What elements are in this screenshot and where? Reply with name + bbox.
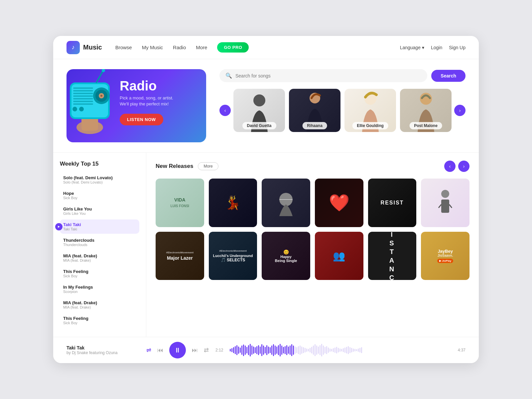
nav-radio[interactable]: Radio	[173, 45, 186, 50]
releases-prev-button[interactable]: ‹	[444, 161, 456, 172]
waveform-bar[interactable]	[261, 344, 262, 356]
waveform-bar[interactable]	[316, 345, 317, 355]
waveform-bar[interactable]	[253, 346, 254, 354]
album-card[interactable]: ❤️	[315, 179, 363, 227]
waveform-bar[interactable]	[246, 347, 247, 353]
list-item[interactable]: MIA (feat. Drake) MIA (feat. Drake)	[60, 251, 139, 265]
waveform-bar[interactable]	[310, 348, 311, 352]
waveform-bar[interactable]	[315, 344, 316, 356]
waveform-bar[interactable]	[281, 345, 282, 355]
carousel-prev-button[interactable]: ‹	[219, 105, 231, 116]
waveform-bar[interactable]	[321, 344, 322, 356]
list-item[interactable]: Solo (feat. Demi Lovato) Solo (feat. Dem…	[60, 173, 139, 187]
waveform-bar[interactable]	[328, 347, 329, 353]
waveform-bar[interactable]	[351, 348, 352, 352]
nav-browse[interactable]: Browse	[115, 45, 132, 50]
waveform-bar[interactable]	[313, 345, 314, 355]
album-card[interactable]: #ElectronicMovement Major Lazer	[156, 232, 204, 280]
waveform-bar[interactable]	[354, 349, 355, 351]
waveform-bar[interactable]	[290, 345, 291, 355]
waveform-bar[interactable]	[280, 344, 281, 356]
list-item[interactable]: In My Feelings Scorpion	[60, 282, 139, 296]
waveform-bar[interactable]	[336, 347, 337, 353]
waveform-bar[interactable]	[308, 349, 309, 351]
go-pro-button[interactable]: GO PRO	[217, 42, 249, 53]
list-item[interactable]: This Feeling Sick Boy	[60, 266, 139, 281]
album-card[interactable]: 😊 Happy Being Single	[262, 232, 310, 280]
waveform-bar[interactable]	[251, 345, 252, 355]
waveform-bar[interactable]	[255, 347, 256, 353]
waveform-bar[interactable]	[333, 348, 334, 352]
list-item[interactable]: This Feeling Sick Boy	[60, 313, 139, 328]
waveform-bar[interactable]	[273, 344, 274, 356]
waveform-bar[interactable]	[291, 344, 292, 356]
waveform-bar[interactable]	[265, 347, 266, 353]
waveform-bar[interactable]	[356, 349, 357, 351]
album-card[interactable]	[421, 179, 469, 227]
artist-card-post[interactable]: Post Malone	[400, 89, 452, 132]
waveform-bar[interactable]	[361, 347, 362, 353]
waveform-bar[interactable]	[288, 346, 289, 354]
waveform-bar[interactable]	[278, 345, 279, 355]
waveform-bar[interactable]	[358, 348, 359, 352]
list-item[interactable]: Girls Like You Girls Like You	[60, 204, 139, 218]
waveform-bar[interactable]	[293, 345, 294, 355]
waveform-bar[interactable]	[353, 348, 354, 352]
waveform-bar[interactable]	[300, 345, 301, 355]
album-card[interactable]: RESIST	[368, 179, 417, 227]
artist-card-rihanna[interactable]: Rihaana	[289, 89, 340, 132]
list-item[interactable]: Thunderclouds Thunderclouds	[60, 235, 139, 249]
album-card[interactable]	[262, 179, 310, 227]
list-item[interactable]: Hope Sick Boy	[60, 188, 139, 202]
waveform-bar[interactable]	[283, 347, 284, 353]
waveform-bar[interactable]	[250, 344, 251, 356]
waveform-bar[interactable]	[233, 347, 234, 353]
waveform-bar[interactable]	[330, 348, 331, 352]
waveform-bar[interactable]	[270, 347, 271, 353]
waveform-bar[interactable]	[295, 346, 296, 354]
waveform-bar[interactable]	[326, 346, 327, 354]
album-card[interactable]: JayBey JioSaavn. ▶ JioPlay	[421, 232, 469, 280]
waveform-bar[interactable]	[266, 345, 267, 355]
artist-card-david[interactable]: David Guetta	[233, 89, 285, 132]
carousel-next-button[interactable]: ›	[454, 105, 466, 116]
waveform-bar[interactable]	[256, 346, 257, 354]
waveform-bar[interactable]	[344, 347, 345, 353]
search-button[interactable]: Search	[431, 70, 466, 82]
album-card[interactable]: 👥	[315, 232, 363, 280]
releases-next-button[interactable]: ›	[458, 161, 469, 172]
waveform-bar[interactable]	[296, 347, 297, 353]
repeat-button[interactable]: ⇄	[204, 346, 209, 354]
next-button[interactable]: ⏭	[192, 347, 198, 354]
artist-card-ellie[interactable]: Ellie Goulding	[344, 89, 396, 132]
waveform-bar[interactable]	[263, 345, 264, 355]
waveform-bar[interactable]	[236, 345, 237, 355]
language-selector[interactable]: Language ▾	[400, 45, 424, 50]
waveform-bar[interactable]	[298, 346, 299, 354]
waveform-bar[interactable]	[240, 347, 241, 353]
login-link[interactable]: Login	[431, 45, 442, 50]
waveform-bar[interactable]	[305, 348, 306, 352]
album-card[interactable]: #ElectronicMovement Lucchii's Undergroun…	[209, 232, 257, 280]
list-item[interactable]: MIA (feat. Drake) MIA (feat. Drake)	[60, 298, 139, 312]
waveform-bar[interactable]	[349, 347, 350, 353]
waveform-bar[interactable]	[331, 349, 332, 351]
waveform-bar[interactable]	[359, 348, 360, 352]
search-input[interactable]	[235, 73, 421, 78]
waveform-bar[interactable]	[348, 346, 349, 354]
nav-more[interactable]: More	[196, 45, 207, 50]
waveform-bar[interactable]	[341, 349, 342, 351]
waveform-bar[interactable]	[320, 345, 321, 355]
signup-link[interactable]: Sign Up	[449, 45, 466, 50]
waveform-bar[interactable]	[301, 346, 302, 354]
waveform-bar[interactable]	[346, 347, 347, 353]
list-item-active[interactable]: ▶ Taki Taki Taki Taki	[60, 219, 139, 234]
waveform-bar[interactable]	[245, 345, 246, 355]
waveform-bar[interactable]	[276, 346, 277, 354]
waveform-bar[interactable]	[318, 346, 319, 354]
waveform-bar[interactable]	[238, 346, 239, 354]
waveform-bar[interactable]	[338, 348, 339, 352]
waveform-bar[interactable]	[343, 348, 344, 352]
album-card[interactable]: 💃	[209, 179, 257, 227]
shuffle-button[interactable]: ⇌	[146, 346, 151, 354]
